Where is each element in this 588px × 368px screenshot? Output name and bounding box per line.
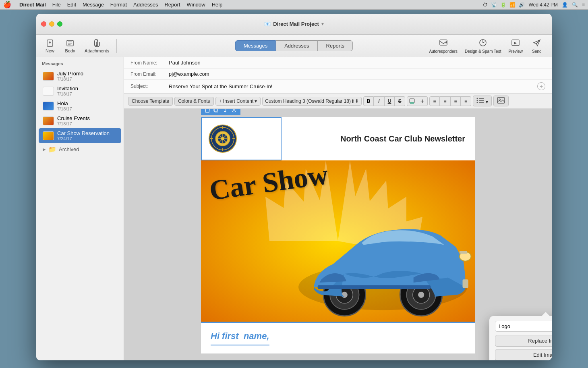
block-settings-button[interactable] bbox=[230, 109, 238, 114]
svg-rect-21 bbox=[497, 98, 505, 103]
menu-directmail[interactable]: Direct Mail bbox=[16, 0, 49, 9]
svg-point-41 bbox=[221, 137, 224, 140]
image-insert-button[interactable] bbox=[493, 96, 509, 106]
from-email-value[interactable]: pj@example.com bbox=[169, 71, 545, 77]
from-name-value[interactable]: Paul Johnson bbox=[169, 60, 545, 66]
email-canvas[interactable]: North Coast Car Club Newsletter bbox=[124, 109, 552, 360]
autoresponders-icon bbox=[439, 38, 448, 49]
insert-content-chevron: ▾ bbox=[255, 98, 257, 104]
autoresponders-button[interactable]: Autoresponders bbox=[426, 37, 461, 55]
content-area: From Name: Paul Johnson From Email: pj@e… bbox=[124, 57, 552, 360]
new-button[interactable]: New bbox=[41, 37, 59, 55]
add-color-button[interactable]: + bbox=[417, 96, 428, 106]
logo-area-selected[interactable] bbox=[201, 117, 282, 160]
align-center-button[interactable]: ≡ bbox=[440, 96, 450, 106]
apple-menu[interactable]: 🍎 bbox=[3, 1, 11, 8]
sidebar-thumb-july-promo bbox=[43, 72, 54, 81]
sidebar-item-name-invitation: Invitation bbox=[57, 85, 78, 91]
underline-button[interactable]: U bbox=[384, 96, 395, 106]
svg-point-20 bbox=[477, 102, 478, 103]
tab-addresses[interactable]: Addresses bbox=[276, 40, 317, 51]
menubar-right: ⏱ 📡 🔋 📶 🔊 Wed 4:42 PM 👤 🔍 ≡ bbox=[483, 2, 585, 8]
svg-rect-26 bbox=[214, 109, 217, 111]
sidebar-archived[interactable]: ▶ 📁 Archived bbox=[39, 143, 121, 156]
insert-content-label: + Insert Content bbox=[219, 98, 254, 104]
menu-message[interactable]: Message bbox=[79, 0, 107, 9]
sidebar-item-name-car-show: Car Show Reservation bbox=[57, 130, 110, 136]
block-duplicate-button[interactable] bbox=[212, 109, 220, 114]
attachments-button[interactable]: Attachments bbox=[81, 37, 112, 55]
close-button[interactable] bbox=[41, 21, 46, 27]
preview-button[interactable]: Preview bbox=[505, 37, 526, 55]
sidebar-item-invitation[interactable]: Invitation 7/18/17 bbox=[39, 83, 121, 98]
strikethrough-button[interactable]: S bbox=[395, 96, 405, 106]
logo-image bbox=[208, 124, 237, 153]
menu-format[interactable]: Format bbox=[107, 0, 130, 9]
sidebar-item-hola[interactable]: Hola 7/18/17 bbox=[39, 98, 121, 113]
svg-rect-65 bbox=[460, 251, 467, 254]
color-buttons: + bbox=[407, 96, 428, 106]
search-icon[interactable]: 🔍 bbox=[572, 2, 578, 8]
insert-content-button[interactable]: + Insert Content ▾ bbox=[215, 97, 261, 106]
sidebar-thumb-hola bbox=[43, 102, 54, 110]
list-button[interactable]: ▾ bbox=[473, 96, 492, 106]
choose-template-button[interactable]: Choose Template bbox=[128, 97, 173, 106]
sidebar-item-date-invitation: 7/18/17 bbox=[57, 91, 78, 96]
svg-rect-62 bbox=[318, 285, 431, 289]
sidebar-item-cruise-events[interactable]: Cruise Events 7/18/17 bbox=[39, 113, 121, 128]
maximize-button[interactable] bbox=[57, 21, 62, 27]
align-justify-button[interactable]: ≡ bbox=[461, 96, 471, 106]
sidebar-thumb-invitation bbox=[43, 87, 54, 96]
sidebar-item-name-july-promo: July Promo bbox=[57, 71, 83, 77]
list-chevron: ▾ bbox=[486, 99, 488, 105]
add-field-button[interactable]: + bbox=[537, 82, 545, 90]
menu-edit[interactable]: Edit bbox=[64, 0, 79, 9]
edit-image-button[interactable]: Edit Image bbox=[495, 349, 552, 360]
window-title-chevron[interactable]: ▾ bbox=[321, 21, 324, 27]
menu-window[interactable]: Window bbox=[183, 0, 208, 9]
design-spam-icon bbox=[478, 38, 487, 49]
control-icon[interactable]: ≡ bbox=[582, 2, 585, 8]
logo-block[interactable]: North Coast Car Club Newsletter bbox=[201, 117, 475, 160]
align-left-button[interactable]: ≡ bbox=[429, 96, 440, 106]
menu-help[interactable]: Help bbox=[209, 0, 226, 9]
sidebar: Messages July Promo 7/18/17 Invitation 7… bbox=[36, 57, 124, 360]
subject-label: Subject: bbox=[130, 83, 169, 89]
text-color-button[interactable] bbox=[407, 96, 417, 106]
preview-label: Preview bbox=[508, 49, 523, 54]
block-move-button[interactable] bbox=[221, 109, 229, 114]
svg-point-19 bbox=[477, 100, 478, 101]
bold-button[interactable]: B bbox=[363, 96, 374, 106]
editing-toolbar: Choose Template Colors & Fonts + Insert … bbox=[124, 94, 552, 109]
italic-button[interactable]: I bbox=[374, 96, 384, 106]
tab-messages[interactable]: Messages bbox=[235, 40, 276, 51]
font-selector[interactable]: Custom Heading 3 (Oswald Regular 18) ⬆⬇ bbox=[262, 97, 362, 106]
menu-file[interactable]: File bbox=[49, 0, 64, 9]
battery-icon: 🔋 bbox=[500, 2, 506, 8]
block-delete-button[interactable] bbox=[203, 109, 211, 114]
subject-value[interactable]: Reserve Your Spot at the Summer Cruise-I… bbox=[169, 83, 537, 89]
tab-reports[interactable]: Reports bbox=[318, 40, 353, 51]
sidebar-item-text-invitation: Invitation 7/18/17 bbox=[57, 85, 78, 96]
image-settings-popup[interactable]: Replace Image Edit Image Size 72×74 − + … bbox=[489, 316, 552, 360]
menu-addresses[interactable]: Addresses bbox=[130, 0, 161, 9]
email-body: North Coast Car Club Newsletter bbox=[201, 117, 475, 352]
design-spam-button[interactable]: Design & Spam Test bbox=[462, 37, 504, 55]
menu-report[interactable]: Report bbox=[161, 0, 183, 9]
autoresponders-label: Autoresponders bbox=[429, 49, 458, 54]
block-toolbar bbox=[201, 109, 240, 115]
newsletter-header-right: North Coast Car Club Newsletter bbox=[282, 117, 475, 160]
colors-fonts-button[interactable]: Colors & Fonts bbox=[174, 97, 213, 106]
sidebar-item-name-cruise-events: Cruise Events bbox=[57, 115, 90, 121]
sidebar-item-july-promo[interactable]: July Promo 7/18/17 bbox=[39, 69, 121, 83]
align-right-button[interactable]: ≡ bbox=[450, 96, 461, 106]
minimize-button[interactable] bbox=[49, 21, 54, 27]
body-button[interactable]: Body bbox=[61, 37, 79, 55]
traffic-lights bbox=[41, 21, 62, 27]
toolbar-divider-1 bbox=[116, 39, 117, 53]
send-button[interactable]: Send bbox=[527, 37, 547, 55]
replace-image-button[interactable]: Replace Image bbox=[495, 335, 552, 347]
sidebar-item-car-show[interactable]: Car Show Reservation 7/24/17 bbox=[39, 128, 121, 143]
newsletter-title: North Coast Car Club Newsletter bbox=[340, 134, 465, 143]
alt-text-input[interactable] bbox=[495, 321, 552, 332]
